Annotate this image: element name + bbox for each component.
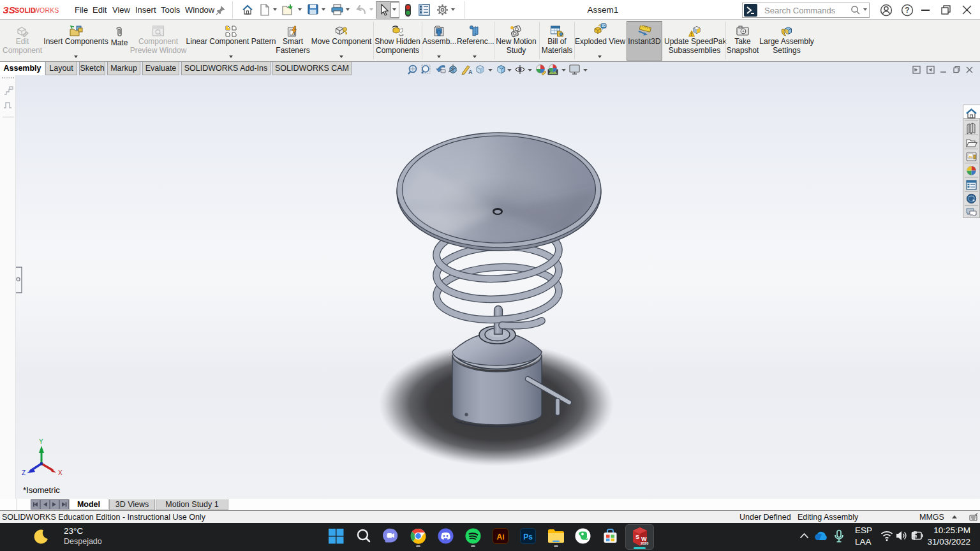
svg-text:?: ? — [905, 6, 909, 15]
svg-text:X: X — [58, 469, 63, 476]
svg-text:2020: 2020 — [641, 541, 648, 545]
svg-text:Ps: Ps — [523, 533, 533, 541]
svg-text:Ai: Ai — [497, 533, 505, 541]
svg-text:S: S — [635, 534, 639, 540]
svg-text:3D: 3D — [601, 24, 605, 27]
svg-text:Z: Z — [22, 469, 26, 476]
svg-text:Y: Y — [39, 438, 43, 445]
svg-text:WORKS: WORKS — [33, 6, 59, 14]
svg-text:!: ! — [690, 32, 692, 36]
svg-text:ЗS: ЗS — [3, 4, 15, 15]
svg-text:A: A — [468, 69, 473, 75]
